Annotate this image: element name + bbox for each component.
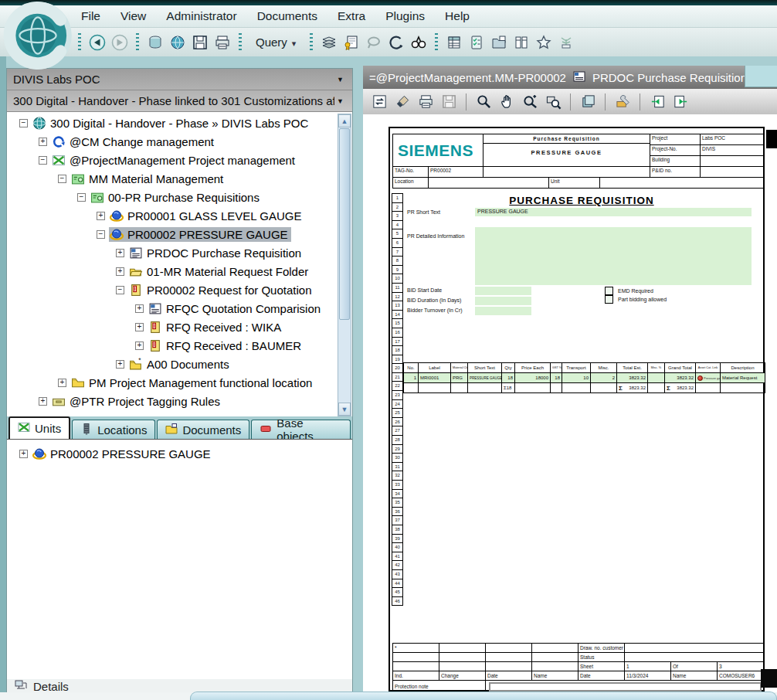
certificate-icon[interactable] <box>341 33 361 52</box>
tree-item-a00-documents[interactable]: +*A00 Documents <box>7 355 338 373</box>
tree-item-rfqc-quotation-comparisi[interactable]: +RFQC Quotation Comparision <box>7 299 338 318</box>
save-icon[interactable] <box>190 33 210 52</box>
page-next-icon[interactable] <box>670 93 690 111</box>
columns-icon[interactable] <box>511 33 531 52</box>
tree-item-cm-change-management[interactable]: +@CM Change management <box>7 132 338 151</box>
tree-expander[interactable]: + <box>97 212 105 220</box>
tree-item-prdoc-purchase-requisiti[interactable]: +PRDOC Purchase Requisition <box>7 243 338 262</box>
tree-item-pr00002-pressure-gauge[interactable]: −PR00002 PRESSURE GAUGE <box>7 225 338 243</box>
tree-item-01-mr-material-request-f[interactable]: +01-MR Material Request Folder <box>7 262 338 280</box>
toolbox-icon[interactable] <box>612 93 633 111</box>
scrollbar-thumb[interactable] <box>339 128 350 320</box>
tree-item-body[interactable]: @PTR Project Tagging Rules <box>51 394 223 409</box>
tree-item-body[interactable]: RFQ Received : WIKA <box>148 320 284 335</box>
menu-item-view[interactable]: View <box>110 7 156 25</box>
tab-units[interactable]: Units <box>8 416 70 439</box>
tree-item-body[interactable]: PM Project Management functional locatio… <box>70 375 315 390</box>
chevron-down-icon[interactable] <box>292 36 297 49</box>
tree-item-body[interactable]: PR00002 PRESSURE GAUGE <box>109 227 291 242</box>
tree-expander[interactable]: + <box>135 304 144 313</box>
globe-doc-icon[interactable] <box>168 33 188 52</box>
tree-expander[interactable]: − <box>58 175 66 183</box>
tree-item-body[interactable]: PRDOC Purchase Requisition <box>128 246 304 260</box>
brush-icon[interactable] <box>392 93 412 111</box>
database-selector[interactable]: DIVIS Labs POC ▼ <box>7 69 352 90</box>
table-view-icon[interactable] <box>444 33 464 52</box>
pr-short-text-field[interactable]: PRESSURE GAUGE <box>475 208 752 216</box>
pan-hand-icon[interactable] <box>497 93 517 111</box>
tree-item-pr00001-glass-level-gaug[interactable]: +PR00001 GLASS LEVEL GAUGE <box>7 206 338 225</box>
tree-expander[interactable]: − <box>19 119 28 127</box>
save-gray-icon[interactable] <box>439 93 459 111</box>
scroll-down-icon[interactable]: ▼ <box>338 403 351 416</box>
tree-item-body[interactable]: @ProjectManagement Project management <box>51 153 298 168</box>
chevron-down-icon[interactable]: ▼ <box>334 97 346 105</box>
document-viewport[interactable]: SIEMENS Purchase Requisition PRESSURE GA… <box>363 114 777 692</box>
tree-item-body[interactable]: @CM Change management <box>51 134 217 149</box>
chevron-down-icon[interactable]: ▼ <box>334 76 346 83</box>
tree-expander[interactable]: + <box>135 323 144 331</box>
items-data-row[interactable]: 1MRI0001PRGPRESSURE GAUGE181800018102382… <box>404 373 765 383</box>
pr-detail-field[interactable] <box>475 227 752 285</box>
tree-expander[interactable]: − <box>77 193 86 202</box>
pages-icon[interactable] <box>578 93 598 111</box>
menu-item-plugins[interactable]: Plugins <box>375 7 435 25</box>
back-icon[interactable] <box>87 33 107 52</box>
page-prev-icon[interactable] <box>647 93 667 111</box>
checklist-icon[interactable] <box>467 33 487 52</box>
tree-item-00-pr-purchase-requisiti[interactable]: −00-PR Purchase Requisitions <box>7 188 338 206</box>
scroll-up-icon[interactable]: ▲ <box>338 114 351 127</box>
tree-item-300-digital-handover-pha[interactable]: −300 Digital - Handover - Phase » DIVIS … <box>7 114 338 132</box>
menu-item-file[interactable]: File <box>71 7 110 25</box>
tree-expander[interactable]: + <box>19 450 28 458</box>
tree-expander[interactable]: + <box>135 342 144 350</box>
tree-expander[interactable]: − <box>39 156 47 165</box>
tree-item-pm-project-management-fu[interactable]: +PM Project Management functional locati… <box>7 373 338 392</box>
project-selector[interactable]: 300 Digital - Handover - Phase linked to… <box>7 90 352 112</box>
tree-item-body[interactable]: 300 Digital - Handover - Phase » DIVIS L… <box>32 116 311 131</box>
tree-item-body[interactable]: *A00 Documents <box>128 357 232 372</box>
refresh-pages-icon[interactable] <box>369 93 389 111</box>
tree-expander[interactable]: + <box>39 138 47 146</box>
tree-item-body[interactable]: PR00002 PRESSURE GAUGE <box>32 447 214 461</box>
tree-expander[interactable]: + <box>116 249 124 257</box>
plant-icon[interactable] <box>556 33 576 52</box>
tree-expander[interactable]: + <box>116 267 124 276</box>
zoom-in-icon[interactable] <box>520 93 540 111</box>
tree-expander[interactable]: + <box>39 397 47 406</box>
tree-item-body[interactable]: RFQ Received : BAUMER <box>148 338 304 353</box>
zoom-area-icon[interactable] <box>543 93 563 111</box>
forward-icon[interactable] <box>110 33 130 52</box>
tree-item-body[interactable]: 00-PR Purchase Requisitions <box>90 190 263 205</box>
emd-required-checkbox[interactable] <box>605 287 613 295</box>
tree-expander[interactable]: − <box>116 286 124 294</box>
tree-item-body[interactable]: RFQC Quotation Comparision <box>148 301 324 316</box>
tree-expander[interactable]: + <box>116 360 124 369</box>
tree-expander[interactable]: + <box>58 379 66 387</box>
tab-locations[interactable]: Locations <box>72 420 155 439</box>
part-bidding-checkbox[interactable] <box>605 295 613 304</box>
tree-item-body[interactable]: PR00001 GLASS LEVEL GAUGE <box>109 209 304 223</box>
menu-item-help[interactable]: Help <box>435 7 480 25</box>
tree-item-projectmanagement-projec[interactable]: −@ProjectManagement Project management <box>7 151 338 169</box>
tree-item-body[interactable]: 01-MR Material Request Folder <box>128 264 311 279</box>
star-icon[interactable] <box>534 33 554 52</box>
layers-icon[interactable] <box>319 33 339 52</box>
menu-item-extra[interactable]: Extra <box>327 7 375 25</box>
tree-expander[interactable]: − <box>97 230 105 239</box>
bid-duration-field[interactable] <box>475 297 531 305</box>
tree-item-ptr-project-tagging-rule[interactable]: +@PTR Project Tagging Rules <box>7 392 338 410</box>
tree-item-rfq-received-baumer[interactable]: +RFQ Received : BAUMER <box>7 336 338 355</box>
lasso-icon[interactable] <box>364 33 384 52</box>
query-dropdown[interactable]: Query <box>248 34 304 50</box>
bidder-turnover-field[interactable] <box>475 307 531 315</box>
database-icon[interactable] <box>145 33 165 52</box>
refresh-c-icon[interactable] <box>386 33 406 52</box>
tab-documents[interactable]: Documents <box>157 420 249 439</box>
tree-item-body[interactable]: PR00002 Request for Quotation <box>128 283 314 297</box>
tree-item-body[interactable]: MM Material Management <box>70 172 226 186</box>
tree-item-rfq-received-wika[interactable]: +RFQ Received : WIKA <box>7 318 338 336</box>
tree-item-pr00002-pressure-gauge[interactable]: +PR00002 PRESSURE GAUGE <box>7 444 352 463</box>
print-icon[interactable] <box>212 33 232 52</box>
folder-page-icon[interactable] <box>489 33 509 52</box>
